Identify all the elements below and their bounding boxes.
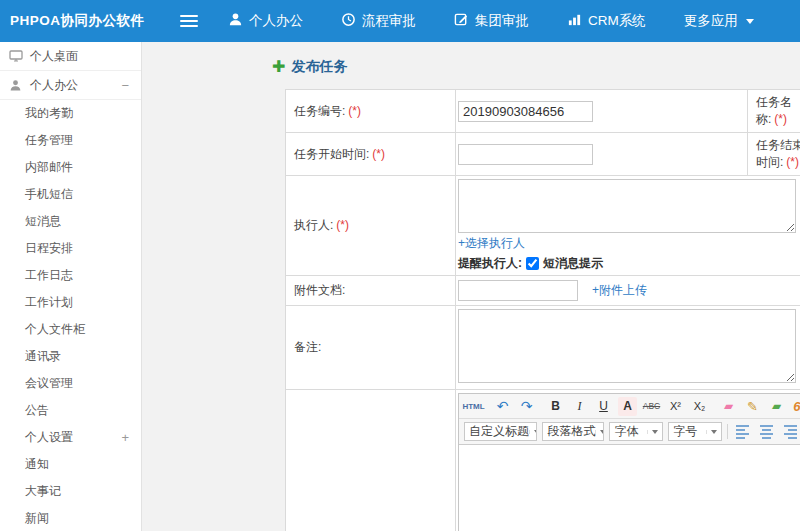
align-right-icon[interactable] <box>781 422 800 441</box>
start-time-input[interactable] <box>458 144 593 165</box>
required-mark: (*) <box>372 147 385 161</box>
sidebar-item-file-cabinet[interactable]: 个人文件柜 <box>0 316 141 343</box>
sidebar-item-attendance[interactable]: 我的考勤 <box>0 100 141 127</box>
sidebar-item-label: 大事记 <box>25 483 61 500</box>
italic-button[interactable]: I <box>570 397 589 416</box>
align-center-icon[interactable] <box>757 422 776 441</box>
sidebar-item-schedule[interactable]: 日程安排 <box>0 235 141 262</box>
style-select[interactable]: 自定义标题 <box>464 422 537 441</box>
choose-executor-link[interactable]: +选择执行人 <box>458 235 800 252</box>
remind-executor-label: 提醒执行人: <box>458 255 522 272</box>
redo-button[interactable]: ↷ <box>517 397 536 416</box>
sidebar-item-contacts[interactable]: 通讯录 <box>0 343 141 370</box>
sidebar-item-big-events[interactable]: 大事记 <box>0 478 141 505</box>
sidebar-item-announcement[interactable]: 公告 <box>0 397 141 424</box>
sidebar-item-meeting[interactable]: 会议管理 <box>0 370 141 397</box>
sidebar-item-label: 会议管理 <box>25 375 73 392</box>
sidebar-item-task-manage[interactable]: 任务管理 <box>0 127 141 154</box>
sidebar-item-phone-sms[interactable]: 手机短信 <box>0 181 141 208</box>
app-logo: PHPOA协同办公软件 <box>0 12 180 30</box>
task-form-table: 任务编号:(*) 任务名称:(*) 任务开始时间:(*) 任务结束时间:(*) … <box>285 89 800 531</box>
editor-toolbar-row2: 自定义标题 段落格式 字体 字号 <box>459 419 800 445</box>
start-time-label: 任务开始时间: <box>294 147 369 161</box>
nav-process-approval[interactable]: 流程审批 <box>341 12 416 30</box>
sidebar-item-label: 手机短信 <box>25 186 73 203</box>
eraser-icon[interactable]: ▰ <box>719 397 738 416</box>
sidebar-item-label: 任务管理 <box>25 132 73 149</box>
attachment-input[interactable] <box>458 280 578 301</box>
style-select-value: 自定义标题 <box>469 423 529 440</box>
font-size-select[interactable]: 字号 <box>668 422 722 441</box>
top-header: PHPOA协同办公软件 个人办公 流程审批 集团审批 CRM系统 <box>0 0 800 42</box>
nav-group-approval[interactable]: 集团审批 <box>454 12 529 30</box>
font-background-button[interactable]: A <box>618 397 637 416</box>
bar-chart-icon <box>567 12 582 30</box>
sidebar-item-label: 短消息 <box>25 213 61 230</box>
paragraph-format-select[interactable]: 段落格式 <box>542 422 604 441</box>
sidebar-item-internal-mail[interactable]: 内部邮件 <box>0 154 141 181</box>
add-icon: ✚ <box>272 59 285 75</box>
attachment-upload-link[interactable]: +附件上传 <box>592 282 647 299</box>
edit-square-icon <box>454 12 469 30</box>
nav-crm-system[interactable]: CRM系统 <box>567 12 646 30</box>
required-mark: (*) <box>336 218 349 232</box>
required-mark: (*) <box>348 104 361 118</box>
sidebar-item-work-plan[interactable]: 工作计划 <box>0 289 141 316</box>
collapse-icon[interactable]: − <box>121 78 129 93</box>
superscript-button[interactable]: X² <box>666 397 685 416</box>
caret-down-icon <box>595 430 604 434</box>
sidebar-item-label: 内部邮件 <box>25 159 73 176</box>
blockquote-button[interactable]: 66 <box>791 397 800 416</box>
sidebar-item-work-log[interactable]: 工作日志 <box>0 262 141 289</box>
nav-more-apps[interactable]: 更多应用 <box>684 12 754 30</box>
expand-icon[interactable]: + <box>121 430 129 445</box>
executor-label: 执行人: <box>294 218 333 232</box>
sidebar-item-settings[interactable]: 个人设置 + <box>0 424 141 451</box>
nav-label: 更多应用 <box>684 12 738 30</box>
rich-text-editor: HTML ↶ ↷ B I U A ABC X² X₂ ▰ <box>458 393 800 531</box>
highlighter-icon[interactable]: ▰ <box>767 397 786 416</box>
top-nav: 个人办公 流程审批 集团审批 CRM系统 更多应用 <box>228 12 754 30</box>
sidebar-item-label: 日程安排 <box>25 240 73 257</box>
sidebar-item-label: 公告 <box>25 402 49 419</box>
underline-button[interactable]: U <box>594 397 613 416</box>
task-no-input[interactable] <box>458 101 593 122</box>
bold-button[interactable]: B <box>546 397 565 416</box>
sidebar-item-label: 个人桌面 <box>30 48 78 65</box>
nav-personal-office[interactable]: 个人办公 <box>228 12 303 30</box>
sidebar-item-news[interactable]: 新闻 <box>0 505 141 531</box>
sms-remind-checkbox[interactable] <box>526 257 539 270</box>
sidebar-item-notice[interactable]: 通知 <box>0 451 141 478</box>
html-source-button[interactable]: HTML <box>464 397 483 416</box>
sms-remind-label: 短消息提示 <box>543 255 603 272</box>
sidebar-item-desktop[interactable]: 个人桌面 <box>0 42 141 71</box>
sidebar-item-label: 工作日志 <box>25 267 73 284</box>
page-title-text: 发布任务 <box>291 58 347 76</box>
editor-content-area[interactable] <box>459 445 800 531</box>
font-family-select[interactable]: 字体 <box>609 422 663 441</box>
person-icon <box>228 12 243 30</box>
task-no-label: 任务编号: <box>294 104 345 118</box>
caret-down-icon <box>647 430 658 434</box>
remark-label: 备注: <box>294 340 321 354</box>
sidebar-item-label: 工作计划 <box>25 294 73 311</box>
monitor-icon <box>9 50 24 63</box>
sidebar-item-short-message[interactable]: 短消息 <box>0 208 141 235</box>
menu-toggle-icon[interactable] <box>180 12 198 30</box>
attachment-label: 附件文档: <box>294 283 345 297</box>
sidebar: 个人桌面 个人办公 − 我的考勤 任务管理 内部邮件 手机短信 短消息 日程安排… <box>0 42 142 531</box>
strikethrough-button[interactable]: ABC <box>642 397 661 416</box>
sidebar-item-label: 通知 <box>25 456 49 473</box>
sidebar-item-label: 个人设置 <box>25 429 73 446</box>
subscript-button[interactable]: X₂ <box>690 397 709 416</box>
undo-button[interactable]: ↶ <box>493 397 512 416</box>
format-brush-icon[interactable]: ✎ <box>743 397 762 416</box>
paragraph-format-value: 段落格式 <box>547 423 595 440</box>
align-left-icon[interactable] <box>733 422 752 441</box>
sidebar-section-personal-office[interactable]: 个人办公 − <box>0 71 141 100</box>
executor-textarea[interactable] <box>458 179 796 233</box>
sidebar-item-label: 通讯录 <box>25 348 61 365</box>
caret-down-icon <box>706 430 717 434</box>
remark-textarea[interactable] <box>458 309 796 383</box>
required-mark: (*) <box>786 155 799 169</box>
